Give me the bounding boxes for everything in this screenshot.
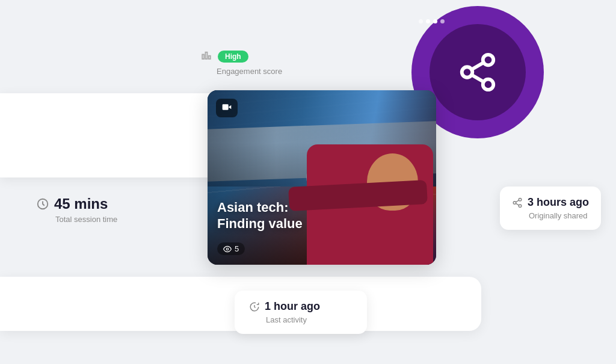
activity-time-value: 1 hour ago [265, 300, 320, 313]
high-badge: High [218, 51, 248, 63]
shared-time-value: 3 hours ago [528, 196, 589, 209]
svg-rect-2 [206, 52, 208, 59]
scene: 45 mins Total session time High Engageme… [0, 0, 616, 364]
dot-1 [419, 19, 423, 23]
svg-rect-1 [202, 55, 204, 60]
video-title-line2: Finding value [217, 216, 303, 231]
share-dots [419, 19, 445, 23]
engagement-label: Engagement score [217, 67, 282, 76]
svg-line-15 [516, 200, 519, 202]
share-icon [457, 51, 499, 93]
svg-line-8 [472, 63, 484, 70]
activity-label: Last activity [266, 315, 353, 324]
camera-icon [216, 99, 238, 117]
activity-time: 1 hour ago [249, 300, 353, 313]
dot-2 [426, 19, 430, 23]
originally-shared-panel: 3 hours ago Originally shared [500, 187, 601, 230]
share-small-icon [512, 197, 523, 208]
svg-point-11 [519, 198, 522, 201]
svg-point-10 [226, 248, 229, 250]
session-time-block: 45 mins Total session time [36, 196, 117, 224]
shared-time: 3 hours ago [512, 196, 589, 209]
video-views: 5 [217, 242, 245, 255]
video-background: Asian tech: Finding value 5 01:00 [208, 90, 436, 265]
clock-icon [36, 197, 49, 211]
svg-line-7 [472, 75, 484, 82]
video-card[interactable]: Asian tech: Finding value 5 01:00 [208, 90, 436, 265]
svg-rect-3 [209, 56, 211, 59]
svg-point-12 [513, 201, 516, 204]
share-circle-inner [430, 24, 526, 120]
dot-3 [433, 19, 437, 23]
svg-rect-9 [223, 104, 229, 110]
video-title-line1: Asian tech: [217, 200, 289, 215]
dot-4 [440, 19, 445, 23]
views-count: 5 [235, 244, 239, 253]
engagement-card: High Engagement score [186, 39, 297, 87]
shared-label: Originally shared [529, 211, 589, 220]
svg-line-14 [516, 203, 519, 205]
eye-icon [223, 245, 232, 253]
activity-icon [249, 301, 260, 312]
session-label: Total session time [55, 215, 117, 224]
session-value: 45 mins [54, 196, 108, 212]
bar-chart-icon [201, 50, 212, 63]
svg-point-13 [519, 205, 522, 208]
last-activity-panel: 1 hour ago Last activity [235, 291, 367, 334]
